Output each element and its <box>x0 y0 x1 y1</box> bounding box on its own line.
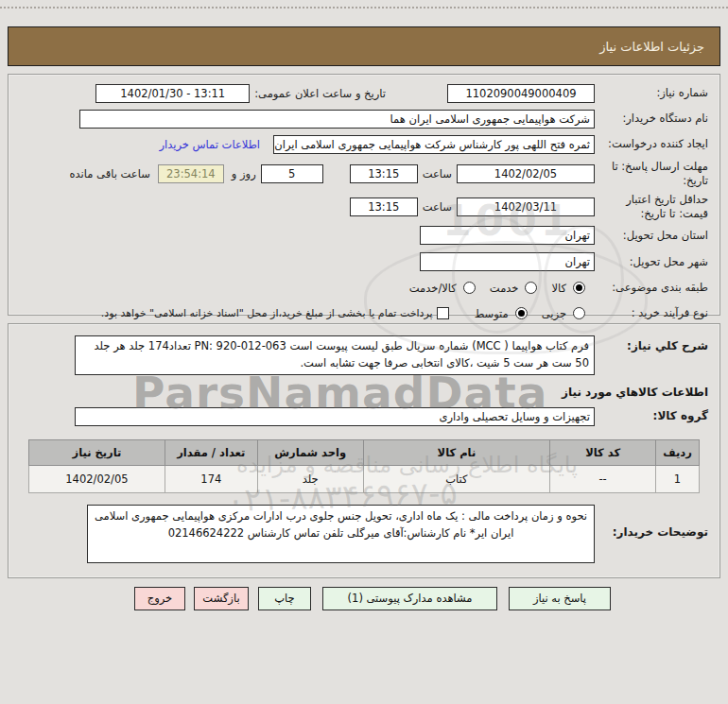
price-validity-label: حداقل تاریخ اعتبار قیمت: تا تاریخ: <box>595 193 708 221</box>
need-detail-panel: شرح کلي نیاز: فرم کتاب هواپیما ( MCC) شم… <box>8 323 720 578</box>
reply-deadline-time-input[interactable]: 13:15 <box>350 164 418 183</box>
print-button[interactable]: چاپ <box>258 587 311 610</box>
buyer-org-label: نام دستگاه خریدار: <box>595 112 708 126</box>
buyer-org-row: نام دستگاه خریدار: شرکت هواپیمایی جمهوری… <box>16 106 712 131</box>
radio-service-label: خدمت <box>490 282 519 295</box>
cell-need-date: 1402/02/05 <box>29 466 165 493</box>
process-type-row: نوع فرآیند خرید : جزیی متوسط پرداخت تمام… <box>16 300 712 326</box>
goods-group-input[interactable]: تجهیزات و وسایل تحصیلی واداری <box>75 407 595 426</box>
buyer-notes-label: توضیحات خریدار: <box>595 505 708 541</box>
attachments-button[interactable]: مشاهده مدارک پیوستی (1) <box>322 587 497 610</box>
reply-deadline-row: مهلت ارسال پاسخ: تا تاریخ: 1402/02/05 سا… <box>16 157 712 191</box>
days-and-label: روز و <box>232 167 256 180</box>
page-title-bar: جزئیات اطلاعات نیاز <box>8 26 720 66</box>
need-info-panel: شماره نیاز: 1102090049000409 تاریخ و ساع… <box>8 74 720 316</box>
category-row: طبقه بندی موضوعی: کالا خدمت کالا/خدمت <box>16 275 712 300</box>
items-table-header-row: ردیف کد کالا نام کالا واحد شمارش تعداد /… <box>29 440 700 466</box>
treasury-docs-label: پرداخت تمام یا بخشی از مبلغ خرید،از محل … <box>101 307 433 319</box>
need-details-screen: جزئیات اطلاعات نیاز شماره نیاز: 11020900… <box>0 0 728 704</box>
items-section-heading: اطلاعات کالاهاي مورد نیاز <box>16 375 712 407</box>
need-desc-label: شرح کلي نیاز: <box>595 335 708 354</box>
validity-hour-label: ساعت <box>423 200 452 214</box>
category-label: طبقه بندی موضوعی: <box>595 281 708 295</box>
province-row: استان محل تحویل: تهران <box>16 222 712 249</box>
top-divider <box>0 7 728 9</box>
reply-hour-label: ساعت <box>423 167 452 180</box>
radio-medium-label: متوسط <box>475 307 509 320</box>
countdown-timer: 23:54:14 <box>158 164 224 183</box>
goods-group-label: گروه کالا: <box>595 409 708 424</box>
request-creator-row: ایجاد کننده درخواست: ثمره فتح اللهی پور … <box>16 131 712 157</box>
col-quantity: تعداد / مقدار <box>165 440 257 466</box>
price-validity-time-input[interactable]: 13:15 <box>350 197 418 216</box>
items-table-row: 1 -- کتاب جلد 174 1402/02/05 <box>29 466 700 493</box>
exit-button[interactable]: خروج <box>134 587 185 610</box>
process-type-label: نوع فرآیند خرید : <box>595 306 708 320</box>
radio-goods-service-label: کالا/خدمت <box>409 282 457 295</box>
request-creator-label: ایجاد کننده درخواست: <box>595 137 708 151</box>
radio-partial-label: جزیی <box>542 307 566 320</box>
buyer-notes-box: نحوه و زمان پرداخت مالی : یک ماه اداری، … <box>87 505 595 563</box>
need-desc-row: شرح کلي نیاز: فرم کتاب هواپیما ( MCC) شم… <box>16 335 712 375</box>
reply-button[interactable]: پاسخ به نیاز <box>509 587 611 610</box>
col-unit: واحد شمارش <box>257 440 363 466</box>
need-number-input[interactable]: 1102090049000409 <box>447 84 595 103</box>
back-button[interactable]: بازگشت <box>194 587 249 610</box>
buyer-notes-row: توضیحات خریدار: نحوه و زمان پرداخت مالی … <box>16 505 712 563</box>
need-number-label: شماره نیاز: <box>595 86 708 100</box>
cell-row-number: 1 <box>656 466 700 493</box>
city-input[interactable]: تهران <box>420 252 595 271</box>
announce-datetime-label: تاریخ و ساعت اعلان عمومی: <box>254 87 386 100</box>
city-label: شهر محل تحویل: <box>595 255 708 269</box>
col-item-code: کد کالا <box>550 440 656 466</box>
action-buttons-row: خروج بازگشت چاپ مشاهده مدارک پیوستی (1) … <box>0 586 728 610</box>
remaining-days-input[interactable]: 5 <box>261 164 323 183</box>
radio-partial[interactable] <box>573 307 585 319</box>
buyer-contact-link[interactable]: اطلاعات تماس خریدار <box>159 138 260 151</box>
announce-datetime-input[interactable]: 1402/01/30 - 13:11 <box>95 84 250 103</box>
province-input[interactable]: تهران <box>420 226 595 245</box>
province-label: استان محل تحویل: <box>595 229 708 243</box>
col-need-date: تاریخ نیاز <box>29 440 165 466</box>
items-table: ردیف کد کالا نام کالا واحد شمارش تعداد /… <box>28 439 700 493</box>
radio-goods-label: کالا <box>551 282 566 295</box>
city-row: شهر محل تحویل: تهران <box>16 249 712 275</box>
need-desc-box: فرم کتاب هواپیما ( MCC) شماره سریال طبق … <box>75 335 595 375</box>
remaining-hours-label: ساعت باقی مانده <box>70 167 150 180</box>
cell-item-name: کتاب <box>363 466 550 493</box>
goods-group-row: گروه کالا: تجهیزات و وسایل تحصیلی واداری <box>16 407 712 426</box>
col-item-name: نام کالا <box>363 440 550 466</box>
cell-unit: جلد <box>257 466 363 493</box>
request-creator-input[interactable]: ثمره فتح اللهی پور کارشناس شرکت هواپیمای… <box>273 135 595 154</box>
radio-goods-service[interactable] <box>463 282 476 294</box>
price-validity-row: حداقل تاریخ اعتبار قیمت: تا تاریخ: 1402/… <box>16 191 712 222</box>
price-validity-date-input[interactable]: 1402/03/11 <box>457 197 595 216</box>
radio-goods[interactable] <box>573 282 585 294</box>
reply-deadline-label: مهلت ارسال پاسخ: تا تاریخ: <box>595 160 708 188</box>
cell-quantity: 174 <box>165 466 257 493</box>
buyer-org-input[interactable]: شرکت هواپیمایی جمهوری اسلامی ایران هما <box>79 110 595 129</box>
page-title: جزئیات اطلاعات نیاز <box>599 40 704 54</box>
radio-service[interactable] <box>525 282 537 294</box>
col-row-number: ردیف <box>656 440 700 466</box>
reply-deadline-date-input[interactable]: 1402/02/05 <box>457 164 595 183</box>
radio-medium[interactable] <box>515 307 528 319</box>
need-number-row: شماره نیاز: 1102090049000409 تاریخ و ساع… <box>16 80 712 106</box>
treasury-docs-checkbox[interactable] <box>437 307 449 319</box>
cell-item-code: -- <box>550 466 656 493</box>
